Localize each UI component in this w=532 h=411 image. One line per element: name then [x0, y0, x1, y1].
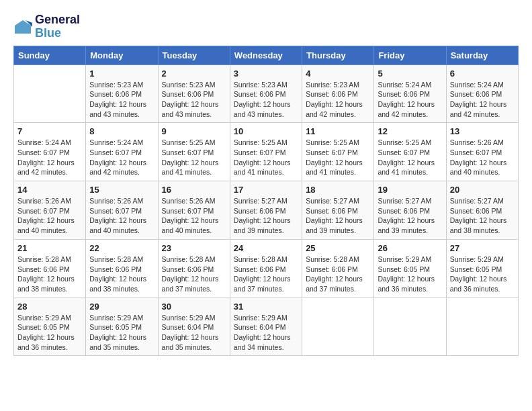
- calendar-cell: 13Sunrise: 5:26 AM Sunset: 6:07 PM Dayli…: [446, 123, 518, 181]
- day-info: Sunrise: 5:27 AM Sunset: 6:06 PM Dayligh…: [234, 196, 298, 236]
- calendar-week-2: 7Sunrise: 5:24 AM Sunset: 6:07 PM Daylig…: [14, 123, 519, 181]
- calendar-body: 1Sunrise: 5:23 AM Sunset: 6:06 PM Daylig…: [14, 64, 519, 356]
- header-day-tuesday: Tuesday: [158, 46, 230, 64]
- calendar-cell: 23Sunrise: 5:28 AM Sunset: 6:06 PM Dayli…: [158, 239, 230, 298]
- day-info: Sunrise: 5:25 AM Sunset: 6:07 PM Dayligh…: [162, 138, 226, 177]
- day-info: Sunrise: 5:23 AM Sunset: 6:06 PM Dayligh…: [162, 80, 226, 120]
- header-day-sunday: Sunday: [14, 46, 86, 64]
- calendar-cell: 14Sunrise: 5:26 AM Sunset: 6:07 PM Dayli…: [14, 181, 86, 240]
- day-info: Sunrise: 5:23 AM Sunset: 6:06 PM Dayligh…: [234, 80, 298, 120]
- day-number: 6: [450, 68, 515, 79]
- day-info: Sunrise: 5:29 AM Sunset: 6:05 PM Dayligh…: [17, 313, 82, 353]
- day-number: 2: [162, 68, 226, 79]
- calendar-cell: 6Sunrise: 5:24 AM Sunset: 6:06 PM Daylig…: [446, 64, 518, 123]
- day-info: Sunrise: 5:28 AM Sunset: 6:06 PM Dayligh…: [306, 255, 370, 294]
- day-info: Sunrise: 5:28 AM Sunset: 6:06 PM Dayligh…: [17, 255, 82, 294]
- day-number: 4: [306, 68, 370, 79]
- calendar-cell: 3Sunrise: 5:23 AM Sunset: 6:06 PM Daylig…: [230, 64, 302, 123]
- day-info: Sunrise: 5:24 AM Sunset: 6:07 PM Dayligh…: [17, 138, 82, 177]
- header-day-friday: Friday: [374, 46, 446, 64]
- day-info: Sunrise: 5:29 AM Sunset: 6:05 PM Dayligh…: [450, 255, 515, 294]
- calendar-cell: 26Sunrise: 5:29 AM Sunset: 6:05 PM Dayli…: [374, 239, 446, 298]
- day-number: 17: [234, 185, 298, 195]
- day-number: 16: [162, 185, 226, 195]
- logo-general: General: [35, 13, 80, 26]
- day-info: Sunrise: 5:26 AM Sunset: 6:07 PM Dayligh…: [450, 138, 515, 177]
- calendar-cell: 28Sunrise: 5:29 AM Sunset: 6:05 PM Dayli…: [14, 298, 86, 356]
- page-header: General Blue: [13, 13, 519, 40]
- day-info: Sunrise: 5:29 AM Sunset: 6:04 PM Dayligh…: [234, 313, 298, 353]
- day-info: Sunrise: 5:24 AM Sunset: 6:06 PM Dayligh…: [450, 80, 515, 120]
- calendar-cell: 12Sunrise: 5:25 AM Sunset: 6:07 PM Dayli…: [374, 123, 446, 181]
- day-number: 30: [162, 302, 226, 312]
- day-info: Sunrise: 5:26 AM Sunset: 6:07 PM Dayligh…: [89, 196, 154, 236]
- calendar-cell: 22Sunrise: 5:28 AM Sunset: 6:06 PM Dayli…: [86, 239, 158, 298]
- day-info: Sunrise: 5:27 AM Sunset: 6:06 PM Dayligh…: [306, 196, 370, 236]
- calendar-cell: 11Sunrise: 5:25 AM Sunset: 6:07 PM Dayli…: [302, 123, 374, 181]
- calendar-cell: 31Sunrise: 5:29 AM Sunset: 6:04 PM Dayli…: [230, 298, 302, 356]
- logo-blue: Blue: [35, 27, 80, 40]
- day-number: 19: [378, 185, 442, 195]
- day-number: 29: [89, 302, 154, 312]
- calendar-cell: 18Sunrise: 5:27 AM Sunset: 6:06 PM Dayli…: [302, 181, 374, 240]
- day-number: 18: [306, 185, 370, 195]
- calendar-cell: 29Sunrise: 5:29 AM Sunset: 6:05 PM Dayli…: [86, 298, 158, 356]
- day-info: Sunrise: 5:23 AM Sunset: 6:06 PM Dayligh…: [306, 80, 370, 120]
- calendar-cell: [14, 64, 86, 123]
- day-number: 5: [378, 68, 442, 79]
- day-info: Sunrise: 5:28 AM Sunset: 6:06 PM Dayligh…: [234, 255, 298, 294]
- day-number: 13: [450, 126, 515, 136]
- logo-text-block: General Blue: [35, 13, 80, 40]
- day-number: 14: [17, 185, 82, 195]
- calendar-week-4: 21Sunrise: 5:28 AM Sunset: 6:06 PM Dayli…: [14, 239, 519, 298]
- day-info: Sunrise: 5:24 AM Sunset: 6:07 PM Dayligh…: [89, 138, 154, 177]
- day-info: Sunrise: 5:29 AM Sunset: 6:05 PM Dayligh…: [89, 313, 154, 353]
- day-info: Sunrise: 5:25 AM Sunset: 6:07 PM Dayligh…: [378, 138, 442, 177]
- day-number: 3: [234, 68, 298, 79]
- day-info: Sunrise: 5:27 AM Sunset: 6:06 PM Dayligh…: [378, 196, 442, 236]
- calendar-cell: 9Sunrise: 5:25 AM Sunset: 6:07 PM Daylig…: [158, 123, 230, 181]
- day-info: Sunrise: 5:28 AM Sunset: 6:06 PM Dayligh…: [162, 255, 226, 294]
- day-number: 20: [450, 185, 515, 195]
- day-number: 10: [234, 126, 298, 136]
- day-number: 23: [162, 243, 226, 253]
- day-number: 12: [378, 126, 442, 136]
- calendar-cell: [446, 298, 518, 356]
- day-number: 1: [89, 68, 154, 79]
- day-number: 9: [162, 126, 226, 136]
- day-info: Sunrise: 5:23 AM Sunset: 6:06 PM Dayligh…: [89, 80, 154, 120]
- day-info: Sunrise: 5:26 AM Sunset: 6:07 PM Dayligh…: [17, 196, 82, 236]
- day-number: 27: [450, 243, 515, 253]
- calendar-cell: 4Sunrise: 5:23 AM Sunset: 6:06 PM Daylig…: [302, 64, 374, 123]
- calendar-cell: [374, 298, 446, 356]
- day-number: 11: [306, 126, 370, 136]
- calendar-week-5: 28Sunrise: 5:29 AM Sunset: 6:05 PM Dayli…: [14, 298, 519, 356]
- calendar-cell: 5Sunrise: 5:24 AM Sunset: 6:06 PM Daylig…: [374, 64, 446, 123]
- calendar-cell: 25Sunrise: 5:28 AM Sunset: 6:06 PM Dayli…: [302, 239, 374, 298]
- calendar-cell: 21Sunrise: 5:28 AM Sunset: 6:06 PM Dayli…: [14, 239, 86, 298]
- calendar-cell: 19Sunrise: 5:27 AM Sunset: 6:06 PM Dayli…: [374, 181, 446, 240]
- calendar-cell: 15Sunrise: 5:26 AM Sunset: 6:07 PM Dayli…: [86, 181, 158, 240]
- calendar-week-1: 1Sunrise: 5:23 AM Sunset: 6:06 PM Daylig…: [14, 64, 519, 123]
- day-info: Sunrise: 5:27 AM Sunset: 6:06 PM Dayligh…: [450, 196, 515, 236]
- day-info: Sunrise: 5:28 AM Sunset: 6:06 PM Dayligh…: [89, 255, 154, 294]
- header-day-saturday: Saturday: [446, 46, 518, 64]
- calendar-table: SundayMondayTuesdayWednesdayThursdayFrid…: [13, 46, 519, 357]
- header-day-monday: Monday: [86, 46, 158, 64]
- day-info: Sunrise: 5:25 AM Sunset: 6:07 PM Dayligh…: [306, 138, 370, 177]
- calendar-cell: 20Sunrise: 5:27 AM Sunset: 6:06 PM Dayli…: [446, 181, 518, 240]
- logo-icon: [13, 19, 32, 35]
- header-day-thursday: Thursday: [302, 46, 374, 64]
- day-number: 24: [234, 243, 298, 253]
- day-number: 21: [17, 243, 82, 253]
- day-info: Sunrise: 5:29 AM Sunset: 6:04 PM Dayligh…: [162, 313, 226, 353]
- calendar-cell: [302, 298, 374, 356]
- logo: General Blue: [13, 13, 80, 40]
- day-number: 15: [89, 185, 154, 195]
- header-day-wednesday: Wednesday: [230, 46, 302, 64]
- day-number: 7: [17, 126, 82, 136]
- day-number: 31: [234, 302, 298, 312]
- calendar-cell: 30Sunrise: 5:29 AM Sunset: 6:04 PM Dayli…: [158, 298, 230, 356]
- day-info: Sunrise: 5:24 AM Sunset: 6:06 PM Dayligh…: [378, 80, 442, 120]
- calendar-cell: 7Sunrise: 5:24 AM Sunset: 6:07 PM Daylig…: [14, 123, 86, 181]
